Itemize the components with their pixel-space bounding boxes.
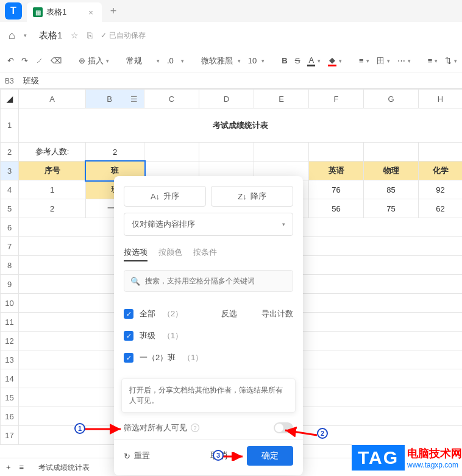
cell[interactable]: 2: [86, 143, 144, 162]
sort-desc-button[interactable]: Z↓ 降序: [211, 186, 293, 207]
cell[interactable]: [309, 143, 364, 162]
row-header[interactable]: 10: [1, 294, 19, 313]
select-all-corner[interactable]: ◢: [1, 90, 19, 108]
formula-bar[interactable]: 班级: [18, 76, 39, 87]
th-seq[interactable]: 序号: [19, 162, 86, 180]
fill-color-button[interactable]: ◆▾: [328, 55, 342, 66]
cell[interactable]: [199, 143, 254, 162]
cell[interactable]: [364, 143, 419, 162]
row-header[interactable]: 8: [1, 256, 19, 275]
col-header-g[interactable]: G: [364, 90, 419, 108]
cell[interactable]: 56: [309, 199, 364, 218]
cell[interactable]: 92: [419, 180, 463, 199]
export-icon[interactable]: ⎘: [87, 30, 92, 40]
row-header[interactable]: 15: [1, 388, 19, 407]
tab-by-condition[interactable]: 按条件: [193, 247, 217, 261]
row-header[interactable]: 17: [1, 426, 19, 445]
decrease-decimal-button[interactable]: .0: [167, 56, 174, 65]
cell[interactable]: 85: [364, 180, 419, 199]
clear-format-button[interactable]: ⌫: [51, 56, 62, 65]
font-family-select[interactable]: 微软雅黑▾: [201, 55, 241, 66]
filter-search[interactable]: 🔍: [124, 270, 293, 292]
insert-button[interactable]: ⊕ 插入 ▾: [79, 55, 109, 66]
row-header[interactable]: 14: [1, 369, 19, 388]
col-header-b[interactable]: B☰: [86, 90, 144, 108]
col-header-e[interactable]: E: [254, 90, 309, 108]
invert-selection-button[interactable]: 反选: [221, 308, 237, 319]
undo-button[interactable]: ↶: [7, 56, 14, 65]
cell-reference[interactable]: B3: [0, 77, 18, 85]
new-tab-button[interactable]: +: [110, 5, 117, 18]
valign-button[interactable]: ≡▾: [428, 56, 438, 65]
sheet-tab[interactable]: 考试成绩统计表: [32, 459, 96, 475]
row-header[interactable]: 4: [1, 180, 19, 199]
cell[interactable]: 62: [419, 199, 463, 218]
reset-button[interactable]: ↻ 重置: [124, 450, 150, 461]
cell[interactable]: [144, 143, 199, 162]
th-physics[interactable]: 物理: [364, 162, 419, 180]
filter-search-input[interactable]: [145, 277, 286, 285]
bold-button[interactable]: B: [282, 56, 287, 65]
align-button[interactable]: ≡▾: [359, 56, 369, 65]
tab-by-color[interactable]: 按颜色: [158, 247, 182, 261]
row-header[interactable]: 13: [1, 350, 19, 369]
visibility-toggle[interactable]: [274, 422, 293, 433]
redo-button[interactable]: ↷: [21, 56, 28, 65]
col-header-f[interactable]: F: [309, 90, 364, 108]
cell[interactable]: 75: [364, 199, 419, 218]
th-chemistry[interactable]: 化学: [419, 162, 463, 180]
font-color-button[interactable]: A▾: [307, 55, 321, 66]
strike-button[interactable]: S: [295, 56, 300, 65]
checkbox-checked-icon[interactable]: ✓: [124, 331, 133, 341]
cell[interactable]: 参考人数:: [19, 143, 86, 162]
row-header[interactable]: 6: [1, 218, 19, 237]
star-icon[interactable]: ☆: [71, 30, 79, 40]
border-button[interactable]: 田▾: [377, 55, 390, 66]
col-header-c[interactable]: C: [144, 90, 199, 108]
sheet-title-cell[interactable]: 考试成绩统计表: [19, 108, 463, 143]
format-painter-button[interactable]: ⟋: [35, 56, 43, 65]
checkbox-checked-icon[interactable]: ✓: [124, 353, 133, 363]
row-header[interactable]: 3: [1, 162, 19, 180]
cell[interactable]: 76: [309, 180, 364, 199]
cell[interactable]: 1: [19, 180, 86, 199]
col-header-h[interactable]: H: [419, 90, 463, 108]
add-sheet-button[interactable]: +: [6, 463, 11, 472]
col-header-a[interactable]: A: [19, 90, 86, 108]
sheet-list-button[interactable]: ≡: [20, 463, 24, 472]
sort-scope-select[interactable]: 仅对筛选内容排序 ▾: [124, 213, 293, 236]
app-icon[interactable]: T: [5, 2, 22, 20]
font-size-select[interactable]: 10▾: [248, 56, 265, 65]
document-title[interactable]: 表格1: [39, 30, 62, 41]
number-format-select[interactable]: 常规▾: [126, 55, 160, 66]
th-english[interactable]: 英语: [309, 162, 364, 180]
export-count-button[interactable]: 导出计数: [261, 308, 293, 319]
checkbox-checked-icon[interactable]: ✓: [124, 309, 133, 319]
option-item[interactable]: ✓ 班级 （1）: [124, 325, 293, 347]
row-header[interactable]: 2: [1, 143, 19, 162]
cell[interactable]: 2: [19, 199, 86, 218]
home-icon[interactable]: ⌂: [9, 29, 15, 42]
row-header[interactable]: 9: [1, 275, 19, 294]
row-header[interactable]: 5: [1, 199, 19, 218]
more-button[interactable]: ⇅▾: [445, 56, 457, 65]
cell[interactable]: [419, 143, 463, 162]
watermark-cn: 电脑技术网: [407, 446, 462, 461]
wrap-button[interactable]: ⋯▾: [397, 56, 411, 65]
confirm-button[interactable]: 确定: [247, 446, 293, 466]
close-icon[interactable]: ×: [88, 8, 93, 17]
row-header[interactable]: 16: [1, 407, 19, 426]
row-header[interactable]: 1: [1, 108, 19, 143]
option-all[interactable]: ✓ 全部 （2） 反选 导出计数: [124, 303, 293, 325]
option-item[interactable]: ✓ 一（2）班 （1）: [124, 347, 293, 369]
row-header[interactable]: 12: [1, 332, 19, 350]
document-tab[interactable]: ▦ 表格1 ×: [27, 2, 102, 22]
tab-by-option[interactable]: 按选项: [124, 247, 147, 261]
row-header[interactable]: 11: [1, 313, 19, 332]
col-header-d[interactable]: D: [199, 90, 254, 108]
row-header[interactable]: 7: [1, 237, 19, 256]
info-icon[interactable]: ?: [191, 424, 199, 432]
sort-asc-button[interactable]: A↓ 升序: [124, 186, 206, 207]
home-dropdown[interactable]: ▾: [24, 32, 27, 38]
cell[interactable]: [254, 143, 309, 162]
